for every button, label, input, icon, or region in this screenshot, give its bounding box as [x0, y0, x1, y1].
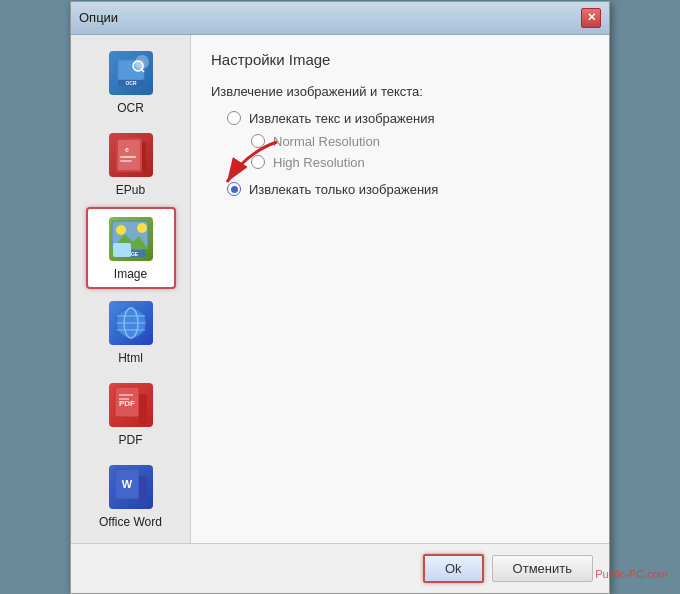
dialog-window: Опции ✕ OCR OCR: [70, 1, 610, 594]
epub-icon: e: [109, 133, 153, 177]
svg-rect-10: [142, 142, 146, 172]
dialog-title: Опции: [79, 10, 118, 25]
ocr-icon: OCR: [109, 51, 153, 95]
sub-radio-group: Normal Resolution High Resolution: [251, 134, 589, 170]
svg-rect-31: [139, 476, 147, 506]
radio-normal-res[interactable]: Normal Resolution: [251, 134, 589, 149]
svg-rect-27: [139, 394, 147, 424]
icon-box: OCR: [107, 49, 155, 97]
html-icon: [109, 301, 153, 345]
watermark: Public-PC.com: [595, 568, 668, 580]
svg-rect-6: [118, 140, 140, 170]
dialog-body: OCR OCR e: [71, 35, 609, 543]
image-icon: IMAGE: [109, 217, 153, 261]
radio-extract-images[interactable]: Извлекать только изображения: [227, 182, 589, 197]
sidebar: OCR OCR e: [71, 35, 191, 543]
icon-box: [107, 299, 155, 347]
ok-button[interactable]: Ok: [423, 554, 484, 583]
svg-point-13: [116, 225, 126, 235]
radio-extract-both-label: Извлекать текс и изображения: [249, 111, 434, 126]
radio-high-res-input[interactable]: [251, 155, 265, 169]
sidebar-item-ocr-label: OCR: [117, 101, 144, 115]
cancel-button[interactable]: Отменить: [492, 555, 593, 582]
sidebar-item-epub-label: EPub: [116, 183, 145, 197]
content-title: Настройки Image: [211, 51, 589, 68]
radio-extract-both-input[interactable]: [227, 111, 241, 125]
svg-text:W: W: [121, 478, 132, 490]
svg-text:PDF: PDF: [119, 399, 135, 408]
word-icon: W: [109, 465, 153, 509]
icon-box: PDF: [107, 381, 155, 429]
radio-section: Извлекать текс и изображения Normal Reso…: [211, 111, 589, 197]
section-label: Извлечение изображений и текста:: [211, 84, 589, 99]
sidebar-item-image-label: Image: [114, 267, 147, 281]
radio-high-res-label: High Resolution: [273, 155, 365, 170]
sidebar-item-epub[interactable]: e EPub: [86, 125, 176, 203]
svg-text:e: e: [125, 146, 129, 153]
svg-rect-9: [120, 160, 132, 162]
sidebar-item-image[interactable]: IMAGE Image: [86, 207, 176, 289]
svg-rect-26: [119, 398, 129, 400]
sidebar-item-ocr[interactable]: OCR OCR: [86, 43, 176, 121]
sidebar-item-word[interactable]: W Office Word: [86, 457, 176, 535]
radio-group-main: Извлекать текс и изображения Normal Reso…: [227, 111, 589, 197]
sidebar-item-word-label: Office Word: [99, 515, 162, 529]
icon-box: IMAGE: [107, 215, 155, 263]
icon-box: W: [107, 463, 155, 511]
svg-rect-8: [120, 156, 136, 158]
radio-normal-res-input[interactable]: [251, 134, 265, 148]
svg-rect-25: [119, 394, 133, 396]
content-area: Настройки Image Извлечение изображений и…: [191, 35, 609, 543]
svg-text:IMAGE: IMAGE: [121, 251, 138, 257]
sidebar-item-pdf-label: PDF: [119, 433, 143, 447]
radio-normal-res-label: Normal Resolution: [273, 134, 380, 149]
close-button[interactable]: ✕: [581, 8, 601, 28]
radio-extract-images-label: Извлекать только изображения: [249, 182, 438, 197]
svg-text:OCR: OCR: [125, 80, 137, 86]
sidebar-item-pdf[interactable]: PDF PDF: [86, 375, 176, 453]
dialog-footer: Ok Отменить: [71, 543, 609, 593]
sidebar-item-html[interactable]: Html: [86, 293, 176, 371]
title-bar: Опции ✕: [71, 2, 609, 35]
radio-high-res[interactable]: High Resolution: [251, 155, 589, 170]
icon-box: e: [107, 131, 155, 179]
sidebar-item-html-label: Html: [118, 351, 143, 365]
radio-extract-both[interactable]: Извлекать текс и изображения: [227, 111, 589, 126]
radio-extract-images-input[interactable]: [227, 182, 241, 196]
pdf-icon: PDF: [109, 383, 153, 427]
svg-rect-15: [114, 250, 146, 257]
